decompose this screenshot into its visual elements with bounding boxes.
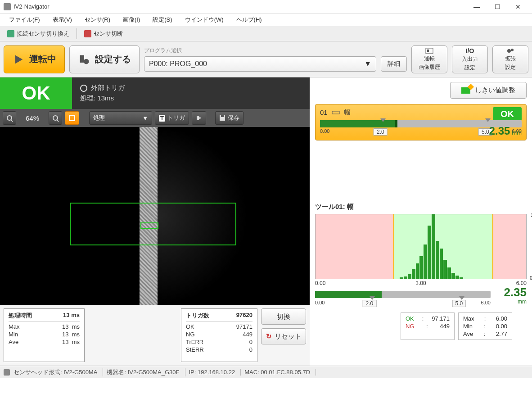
io-settings-button[interactable]: I/O 入出力 設定 (452, 45, 488, 73)
histogram-area: 20,000 0 0.00 3.00 6.00 0.00 2.0 5.0 6.0… (315, 214, 527, 340)
reset-icon: ↻ (266, 332, 272, 340)
history-button[interactable]: 運転 画像履歴 (411, 45, 447, 73)
menu-file[interactable]: ファイル(F) (4, 14, 45, 26)
cube-icon (7, 30, 14, 37)
menu-sensor[interactable]: センサ(R) (79, 14, 116, 26)
run-button[interactable]: 運転中 (4, 45, 65, 73)
save-label: 保存 (228, 114, 239, 122)
ext-label-2: 設定 (505, 63, 516, 71)
action-buttons: 切換 ↻リセット (261, 308, 306, 362)
histogram-chart: 20,000 0 (315, 214, 527, 279)
okng-box: OK:97,171 NG:449 (401, 312, 455, 340)
detail-button[interactable]: 詳細 (381, 56, 407, 72)
menu-window[interactable]: ウインドウ(W) (180, 14, 229, 26)
trigger-count-box: トリガ数97620 OK97171 NG449 TrERR0 StERR0 (181, 308, 257, 362)
roi-rect (70, 203, 236, 245)
save-button[interactable]: 保存 (215, 111, 243, 125)
chevron-down-icon: ▼ (364, 60, 371, 68)
svg-marker-0 (15, 55, 23, 63)
svg-point-2 (84, 59, 89, 64)
trigger-button[interactable]: Tトリガ (155, 111, 189, 125)
s2-low: 2.0 (363, 300, 377, 307)
proc-time-value: 13 (63, 312, 69, 318)
info-button[interactable] (192, 111, 206, 125)
switch-button[interactable]: 切換 (261, 308, 306, 325)
menu-image[interactable]: 画像(I) (117, 14, 145, 26)
t-icon: T (159, 115, 165, 122)
tool-card[interactable]: 01 幅 OK 0.00 2.0 5.0 6.00 2.35mm (315, 104, 527, 140)
svg-rect-8 (197, 116, 199, 120)
menu-help[interactable]: ヘルプ(H) (231, 14, 267, 26)
width-icon (331, 109, 340, 116)
play-icon (12, 53, 25, 66)
slider2-marker-low[interactable] (370, 296, 375, 300)
svg-rect-1 (80, 55, 84, 62)
image-view[interactable] (0, 127, 310, 305)
ext-settings-button[interactable]: 拡張 設定 (492, 45, 528, 73)
svg-point-6 (511, 49, 514, 51)
disconnect-sensor-button[interactable]: センサ切断 (80, 28, 127, 40)
xtick-1: 3.00 (415, 280, 426, 286)
info-icon (196, 115, 202, 121)
svg-rect-4 (427, 50, 429, 52)
reset-button[interactable]: ↻リセット (261, 328, 306, 344)
process-dropdown[interactable]: 処理▼ (89, 111, 152, 125)
threshold-line-high (492, 214, 493, 279)
program-select-group: プログラム選択 P000: PROG_000 ▼ 詳細 (144, 47, 407, 72)
tick-left: 0.00 (320, 128, 329, 134)
fit-icon (69, 115, 75, 121)
app-icon (4, 3, 11, 10)
close-button[interactable]: ✕ (508, 0, 528, 13)
svg-rect-7 (69, 115, 75, 121)
switch-sensor-button[interactable]: 接続センサ切り換え (3, 28, 74, 40)
fit-button[interactable] (65, 111, 79, 125)
menu-settings[interactable]: 設定(S) (147, 14, 177, 26)
run-label: 運転中 (29, 53, 56, 65)
roi-measure (140, 222, 158, 229)
trigger-total: 97620 (236, 312, 252, 320)
min-label: Min (9, 331, 18, 338)
slider-marker-high (485, 118, 491, 122)
minimize-button[interactable]: ― (466, 0, 487, 13)
svg-rect-11 (221, 115, 224, 117)
proc-time-unit: ms (71, 312, 80, 318)
ext-label-1: 拡張 (505, 55, 516, 63)
histogram-slider: 0.00 2.0 5.0 6.00 2.35mm (315, 291, 491, 309)
zoom-out-button[interactable] (3, 111, 16, 125)
io-label-1: 入出力 (462, 55, 478, 63)
zoom-in-icon (53, 115, 58, 121)
svg-marker-9 (199, 117, 201, 119)
histogram-title: ツール01: 幅 (315, 203, 527, 211)
main-toolbar: 運転中 設定する プログラム選択 P000: PROG_000 ▼ 詳細 運転 … (0, 41, 532, 77)
slider2-marker-high[interactable] (459, 296, 464, 300)
proc-time-header: 処理時間 (9, 312, 32, 320)
main-area: OK 外部トリガ 処理: 13ms 64% 処理▼ Tトリガ 保存 処理時間 (0, 77, 532, 366)
setup-button[interactable]: 設定する (69, 45, 140, 73)
y-min: 0 (530, 275, 532, 281)
disconnect-icon (84, 30, 91, 37)
tool-value: 2.35mm (489, 125, 522, 137)
zoom-in-button[interactable] (49, 111, 62, 125)
minmax-box: Max:6.00 Min:0.00 Ave:2.77 (458, 312, 512, 340)
history-icon (425, 48, 433, 54)
trigger-count-header: トリガ数 (186, 312, 209, 320)
svg-point-5 (507, 49, 511, 53)
slider-marker-low (380, 118, 386, 122)
menu-bar: ファイル(F) 表示(V) センサ(R) 画像(I) 設定(S) ウインドウ(W… (0, 14, 532, 26)
svg-rect-12 (332, 111, 339, 114)
proc-time-box: 処理時間13 ms Max13 ms Min13 ms Ave13 ms (4, 308, 85, 362)
ave-label: Ave (9, 339, 18, 345)
ip-address: IP: 192.168.10.22 (189, 369, 241, 376)
menu-view[interactable]: 表示(V) (47, 14, 77, 26)
program-dropdown[interactable]: P000: PROG_000 ▼ (144, 56, 376, 72)
gears-icon (506, 48, 514, 54)
view-toolbar: 64% 処理▼ Tトリガ 保存 (0, 109, 310, 127)
maximize-button[interactable]: ☐ (487, 0, 508, 13)
tool-id: 01 (320, 109, 328, 116)
threshold-adjust-button[interactable]: しきい値調整 (450, 82, 527, 99)
title-bar: IV2-Navigator ― ☐ ✕ (0, 0, 532, 14)
reset-label: リセット (275, 332, 302, 341)
window-title: IV2-Navigator (14, 3, 49, 10)
io-top-label: I/O (466, 47, 474, 54)
s2-right: 6.00 (481, 300, 491, 305)
